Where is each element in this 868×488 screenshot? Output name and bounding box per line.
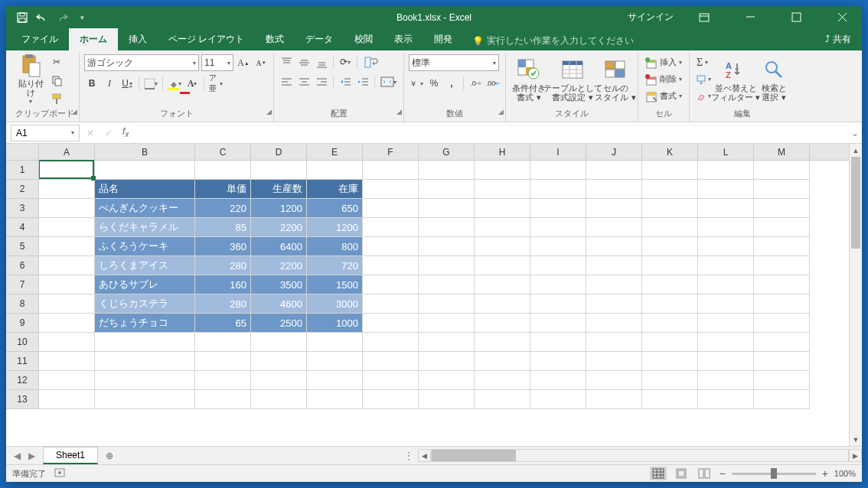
vertical-scroll-thumb[interactable]	[851, 157, 860, 249]
cell-D10[interactable]	[251, 333, 307, 352]
format-cells-button[interactable]: 書式▾	[643, 88, 684, 104]
cell-F12[interactable]	[363, 371, 419, 390]
cell-D6[interactable]: 2200	[251, 256, 307, 275]
row-header-1[interactable]: 1	[6, 161, 38, 180]
cell-B12[interactable]	[95, 371, 195, 390]
cell-A6[interactable]	[39, 256, 95, 275]
minimize-button[interactable]	[735, 6, 765, 28]
sheet-next-button[interactable]: ▶	[28, 451, 35, 461]
cell-C11[interactable]	[195, 352, 251, 371]
cell-H2[interactable]	[475, 180, 530, 199]
underline-button[interactable]: U▾	[119, 76, 135, 91]
cell-G2[interactable]	[419, 180, 475, 199]
cell-H13[interactable]	[475, 390, 530, 409]
increase-decimal-button[interactable]: .0	[468, 76, 483, 91]
font-color-button[interactable]: A▾	[184, 76, 200, 91]
cell-H9[interactable]	[475, 314, 530, 333]
page-layout-view-button[interactable]	[673, 467, 690, 480]
cell-J11[interactable]	[586, 352, 642, 371]
conditional-format-button[interactable]: 条件付き 書式 ▾	[511, 54, 547, 105]
cell-M9[interactable]	[754, 314, 810, 333]
cell-I4[interactable]	[530, 218, 586, 237]
autosum-button[interactable]: Σ▾	[694, 54, 713, 70]
cell-K9[interactable]	[642, 314, 698, 333]
cell-F10[interactable]	[363, 333, 419, 352]
cell-F1[interactable]	[363, 161, 419, 180]
cell-E5[interactable]: 800	[307, 237, 363, 256]
cell-L7[interactable]	[698, 275, 754, 294]
cell-H8[interactable]	[475, 294, 530, 314]
cell-D9[interactable]: 2500	[251, 314, 307, 333]
cell-F5[interactable]	[363, 237, 419, 256]
align-right-button[interactable]	[314, 74, 329, 89]
row-header-7[interactable]: 7	[6, 275, 38, 294]
cell-M11[interactable]	[754, 352, 810, 371]
scroll-down-button[interactable]: ▼	[850, 433, 862, 446]
cell-G11[interactable]	[419, 352, 475, 371]
cell-J5[interactable]	[586, 237, 642, 256]
cell-A11[interactable]	[39, 352, 95, 371]
cell-E8[interactable]: 3000	[307, 294, 363, 314]
cell-G6[interactable]	[419, 256, 475, 275]
decrease-indent-button[interactable]	[338, 74, 353, 89]
tab-data[interactable]: データ	[295, 28, 344, 50]
cell-M13[interactable]	[754, 390, 810, 409]
cell-J1[interactable]	[586, 161, 642, 180]
zoom-slider-thumb[interactable]	[771, 468, 777, 479]
italic-button[interactable]: I	[102, 76, 117, 91]
cell-G8[interactable]	[419, 294, 475, 314]
sheet-prev-button[interactable]: ◀	[14, 451, 21, 461]
share-button[interactable]: ⤴共有	[814, 28, 862, 50]
cells-area[interactable]: 品名単価生産数在庫ぺんぎんクッキー2201200650らくだキャラメル85220…	[39, 161, 849, 446]
tab-insert[interactable]: 挿入	[118, 28, 158, 50]
cell-F6[interactable]	[363, 256, 419, 275]
signin-link[interactable]: サインイン	[628, 11, 674, 24]
wrap-text-button[interactable]	[361, 54, 381, 70]
cell-B2[interactable]: 品名	[95, 180, 195, 199]
row-header-9[interactable]: 9	[6, 314, 38, 333]
qat-customize-icon[interactable]: ▾	[75, 11, 89, 24]
align-center-button[interactable]	[296, 74, 312, 89]
tab-view[interactable]: 表示	[383, 28, 423, 50]
cell-D11[interactable]	[251, 352, 307, 371]
cell-D1[interactable]	[251, 161, 307, 180]
cancel-formula-button[interactable]: ✕	[81, 128, 100, 138]
cell-K10[interactable]	[642, 333, 698, 352]
horizontal-scroll-thumb[interactable]	[432, 450, 516, 461]
cell-A2[interactable]	[39, 180, 95, 199]
close-button[interactable]	[827, 6, 857, 28]
cell-M5[interactable]	[754, 237, 810, 256]
row-header-4[interactable]: 4	[6, 218, 38, 237]
cell-I12[interactable]	[530, 371, 586, 390]
cell-F4[interactable]	[363, 218, 419, 237]
maximize-button[interactable]	[781, 6, 811, 28]
font-size-combo[interactable]: 11▾	[201, 54, 233, 71]
cell-E4[interactable]: 1200	[307, 218, 363, 237]
page-break-view-button[interactable]	[696, 467, 713, 480]
cell-F13[interactable]	[363, 390, 419, 409]
cell-H3[interactable]	[475, 199, 530, 218]
cell-F9[interactable]	[363, 314, 419, 333]
bold-button[interactable]: B	[84, 76, 100, 91]
cell-A9[interactable]	[39, 314, 95, 333]
cell-G1[interactable]	[419, 161, 475, 180]
cell-J6[interactable]	[586, 256, 642, 275]
cell-L1[interactable]	[698, 161, 754, 180]
cut-button[interactable]: ✂	[49, 54, 64, 70]
row-header-13[interactable]: 13	[6, 390, 38, 409]
cell-H11[interactable]	[475, 352, 530, 371]
column-header-H[interactable]: H	[475, 144, 530, 160]
cell-D13[interactable]	[251, 390, 307, 409]
cell-G9[interactable]	[419, 314, 475, 333]
cell-B9[interactable]: だちょうチョコ	[95, 314, 195, 333]
cell-I2[interactable]	[530, 180, 586, 199]
cell-F2[interactable]	[363, 180, 419, 199]
cell-H10[interactable]	[475, 333, 530, 352]
cell-I10[interactable]	[530, 333, 586, 352]
cell-I8[interactable]	[530, 294, 586, 314]
cell-M4[interactable]	[754, 218, 810, 237]
cell-I5[interactable]	[530, 237, 586, 256]
row-header-11[interactable]: 11	[6, 352, 38, 371]
cell-D4[interactable]: 2200	[251, 218, 307, 237]
cell-C5[interactable]: 360	[195, 237, 251, 256]
